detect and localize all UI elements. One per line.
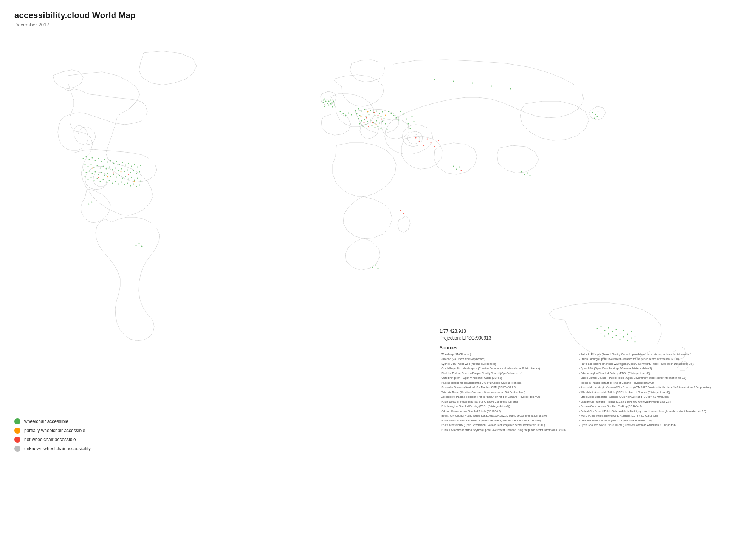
svg-point-161 bbox=[398, 120, 400, 121]
svg-point-117 bbox=[375, 115, 376, 116]
svg-point-202 bbox=[521, 171, 522, 173]
legend: wheelchair accessible partially wheelcha… bbox=[14, 418, 91, 455]
svg-point-138 bbox=[381, 128, 382, 129]
svg-point-175 bbox=[438, 140, 439, 141]
legend-dot bbox=[14, 446, 20, 452]
svg-point-179 bbox=[594, 118, 595, 119]
svg-point-118 bbox=[378, 117, 379, 119]
svg-point-77 bbox=[139, 185, 140, 186]
svg-point-97 bbox=[333, 101, 334, 102]
source-item: • Disabled Parking Space – Prague Charit… bbox=[440, 372, 572, 376]
source-item: • Disabled toilets Canberra (see CC Open… bbox=[579, 419, 711, 423]
legend-item: unknown wheelchair accessibility bbox=[14, 446, 91, 452]
svg-point-15 bbox=[128, 163, 129, 164]
svg-point-124 bbox=[367, 121, 368, 122]
source-item: • Public toilets in Switzerland (various… bbox=[440, 400, 572, 404]
svg-point-210 bbox=[136, 245, 137, 246]
legend-item: wheelchair accessible bbox=[14, 418, 91, 424]
legend-dot bbox=[14, 437, 20, 443]
source-item: • Paths to Promote (Project Charity, Cou… bbox=[579, 353, 711, 357]
source-item: • Sidewalks Germany/Austria/US – Mapbox … bbox=[440, 386, 572, 390]
svg-point-80 bbox=[121, 171, 122, 173]
svg-point-212 bbox=[141, 246, 143, 247]
source-item: • Public Lavatories in Milton Keynes (Op… bbox=[440, 428, 572, 432]
svg-point-52 bbox=[122, 178, 123, 179]
svg-point-157 bbox=[388, 111, 389, 112]
svg-point-31 bbox=[118, 170, 119, 171]
svg-point-98 bbox=[334, 105, 335, 106]
svg-point-44 bbox=[98, 174, 99, 175]
svg-point-34 bbox=[127, 170, 128, 171]
source-item: • Parking spaces for disabled of the Cit… bbox=[440, 381, 572, 385]
svg-point-129 bbox=[382, 121, 383, 122]
svg-point-104 bbox=[364, 109, 365, 110]
svg-point-35 bbox=[130, 172, 131, 173]
svg-point-53 bbox=[125, 176, 126, 177]
svg-point-95 bbox=[328, 105, 330, 106]
svg-point-33 bbox=[124, 171, 125, 172]
svg-point-19 bbox=[140, 165, 141, 166]
svg-point-74 bbox=[130, 185, 131, 187]
svg-point-166 bbox=[410, 128, 411, 129]
main-title: accessibility.cloud World Map bbox=[14, 11, 136, 20]
source-item: • Toilets in France (data.fr by king of … bbox=[579, 381, 711, 385]
svg-point-65 bbox=[103, 179, 104, 180]
legend-label: wheelchair accessible bbox=[24, 419, 68, 424]
svg-point-40 bbox=[86, 172, 87, 173]
svg-point-178 bbox=[597, 116, 598, 117]
projection-text: Projection: EPSG:900913 bbox=[440, 335, 711, 341]
svg-point-205 bbox=[530, 175, 531, 176]
svg-point-61 bbox=[91, 177, 92, 178]
svg-point-168 bbox=[414, 121, 415, 122]
svg-point-67 bbox=[109, 180, 110, 181]
source-item: • LandBerger Toiletten – Toilets (CCBY t… bbox=[579, 400, 711, 404]
svg-point-121 bbox=[358, 118, 359, 119]
svg-point-75 bbox=[133, 184, 134, 185]
source-item: • Open GeoData Swiss Public Toilets (Cre… bbox=[579, 423, 711, 428]
svg-point-81 bbox=[134, 181, 135, 182]
scale-text: 1:77,423,913 bbox=[440, 329, 711, 334]
svg-point-70 bbox=[118, 184, 119, 185]
svg-point-27 bbox=[106, 168, 107, 170]
svg-point-170 bbox=[419, 141, 420, 142]
svg-point-84 bbox=[128, 174, 129, 175]
page-container: accessibility.cloud World Map December 2… bbox=[0, 0, 756, 534]
source-item: • Jaccede (via OpenStreetMap licence) bbox=[440, 357, 572, 361]
svg-point-222 bbox=[472, 83, 473, 84]
svg-point-153 bbox=[343, 113, 344, 114]
svg-point-71 bbox=[121, 182, 122, 183]
svg-point-0 bbox=[83, 158, 84, 159]
svg-point-90 bbox=[323, 100, 324, 101]
svg-point-120 bbox=[384, 118, 385, 119]
svg-point-28 bbox=[109, 167, 110, 168]
svg-point-119 bbox=[381, 116, 382, 117]
svg-point-43 bbox=[95, 171, 96, 173]
svg-point-62 bbox=[94, 180, 95, 181]
svg-point-12 bbox=[119, 164, 120, 165]
svg-point-152 bbox=[340, 111, 341, 112]
svg-point-149 bbox=[367, 111, 369, 112]
svg-point-125 bbox=[370, 120, 371, 121]
svg-point-127 bbox=[376, 120, 377, 122]
svg-point-26 bbox=[103, 166, 104, 167]
svg-point-21 bbox=[88, 166, 89, 167]
svg-point-99 bbox=[332, 106, 333, 108]
svg-point-5 bbox=[98, 158, 99, 159]
svg-point-177 bbox=[595, 114, 596, 115]
svg-point-41 bbox=[89, 171, 90, 172]
svg-point-57 bbox=[137, 178, 138, 179]
svg-point-207 bbox=[456, 169, 457, 170]
svg-point-39 bbox=[83, 170, 84, 171]
svg-point-68 bbox=[112, 183, 113, 184]
svg-point-203 bbox=[524, 174, 525, 175]
legend-dot bbox=[14, 428, 20, 434]
svg-point-63 bbox=[97, 178, 98, 179]
title-area: accessibility.cloud World Map December 2… bbox=[14, 11, 136, 28]
svg-point-50 bbox=[116, 177, 117, 178]
svg-point-151 bbox=[385, 115, 386, 116]
svg-point-122 bbox=[361, 120, 362, 122]
subtitle: December 2017 bbox=[14, 22, 136, 28]
svg-point-11 bbox=[116, 161, 117, 162]
svg-point-204 bbox=[527, 173, 528, 174]
svg-point-159 bbox=[393, 115, 395, 116]
